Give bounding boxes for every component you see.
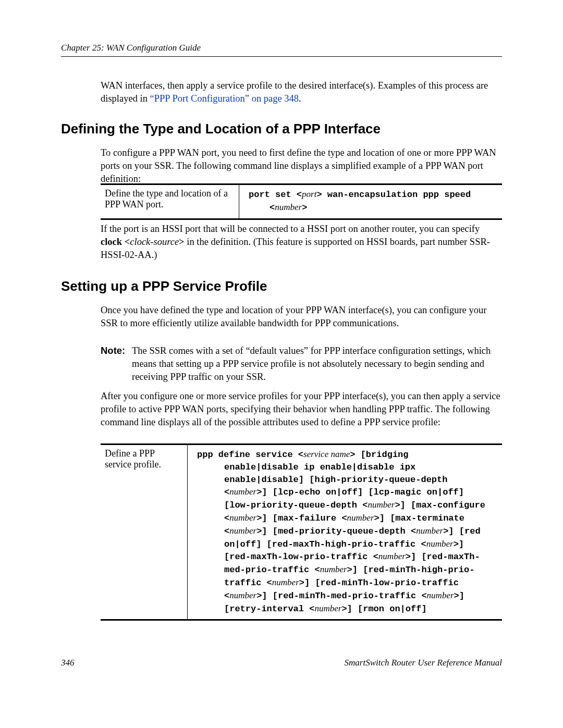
cmd-var-port: port <box>302 189 316 199</box>
page-number: 346 <box>61 658 75 668</box>
section2-para2: After you configure one or more service … <box>101 390 502 429</box>
section2-note: Note: The SSR comes with a set of “defau… <box>101 344 502 384</box>
cmd-l11: traffic <number>] [red-minTh-low-prio-tr… <box>197 576 498 589</box>
section1-table-right: port set <port> wan-encapsulation ppp sp… <box>239 185 502 218</box>
cmd-l13: [retry-interval <number>] [rmon on|off] <box>197 602 498 615</box>
cmd-l12: <number>] [red-minTh-med-prio-traffic <n… <box>197 589 498 602</box>
cmd-l7: <number>] [med-priority-queue-depth <num… <box>197 525 498 538</box>
section1-para2: If the port is an HSSI port that will be… <box>101 223 502 262</box>
cmd-port-set: port set < <box>249 190 302 200</box>
s1p2-bold-open: clock < <box>101 237 130 247</box>
cmd-l4: <number>] [lcp-echo on|off] [lcp-magic o… <box>197 486 498 499</box>
cmd-l3: enable|disable] [high-priority-queue-dep… <box>197 474 498 486</box>
section1-para1: To configure a PPP WAN port, you need to… <box>101 146 502 186</box>
section1-table: Define the type and location of a PPP WA… <box>101 183 502 220</box>
cmd-l10: med-prio-traffic <number>] [red-minTh-hi… <box>197 563 498 576</box>
section1-table-left: Define the type and location of a PPP WA… <box>101 185 239 218</box>
cmd-l8: on|off] [red-maxTh-high-prio-traffic <nu… <box>197 538 498 551</box>
cmd-l6: <number>] [max-failure <number>] [max-te… <box>197 512 498 525</box>
s1p2-var: clock-source <box>130 237 179 247</box>
section2-heading: Setting up a PPP Service Profile <box>61 278 502 294</box>
header-rule <box>61 56 502 57</box>
cmd-lt: < <box>270 203 275 213</box>
manual-title: SmartSwitch Router User Reference Manual <box>345 658 502 668</box>
chapter-header: Chapter 25: WAN Configuration Guide <box>61 43 201 53</box>
section1-heading: Defining the Type and Location of a PPP … <box>61 121 502 137</box>
section2-table-left: Define a PPP service profile. <box>101 445 188 619</box>
s1p2-bold-close: > <box>179 237 185 247</box>
section2-table-right: ppp define service <service name> [bridg… <box>188 445 502 619</box>
note-label: Note: <box>101 345 125 356</box>
intro-paragraph: WAN interfaces, then apply a service pro… <box>101 79 502 105</box>
section2-para1: Once you have defined the type and locat… <box>101 304 502 330</box>
cmd-gt: > <box>302 203 307 213</box>
note-text: The SSR comes with a set of “default val… <box>132 344 502 384</box>
cmd-l9: [red-maxTh-low-prio-traffic <number>] [r… <box>197 550 498 563</box>
intro-text-post: . <box>299 93 301 104</box>
page: Chapter 25: WAN Configuration Guide WAN … <box>0 0 563 728</box>
s1p2-pre: If the port is an HSSI port that will be… <box>101 224 480 234</box>
cmd-l1: ppp define service <service name> [bridg… <box>197 450 408 460</box>
cmd-wan-encap: > wan-encapsulation ppp speed <box>316 190 471 200</box>
ppp-port-config-link[interactable]: “PPP Port Configuration” on page 348 <box>150 93 299 104</box>
cmd-var-number: number <box>275 202 302 212</box>
cmd-l2: enable|disable ip enable|disable ipx <box>197 461 498 474</box>
cmd-l5: [low-priority-queue-depth <number>] [max… <box>197 499 498 512</box>
section2-table: Define a PPP service profile. ppp define… <box>101 443 502 621</box>
